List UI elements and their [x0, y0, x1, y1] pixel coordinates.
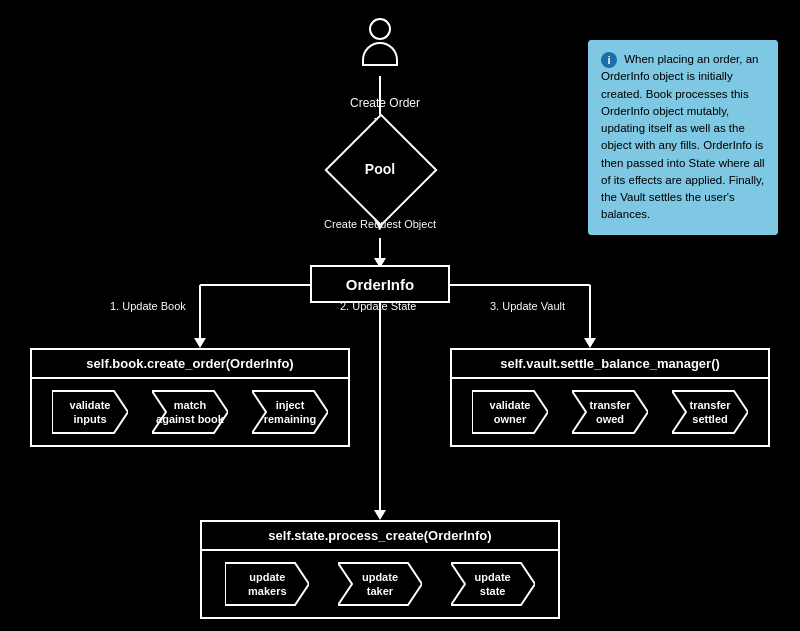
vault-step-2-text: transferowed — [590, 398, 631, 427]
vault-box: self.vault.settle_balance_manager() vali… — [450, 348, 770, 447]
svg-marker-13 — [374, 510, 386, 520]
state-box: self.state.process_create(OrderInfo) upd… — [200, 520, 560, 619]
person-head — [369, 18, 391, 40]
vault-step-1: validateowner — [472, 387, 548, 437]
orderinfo-box: OrderInfo — [310, 265, 450, 303]
person-body — [362, 42, 398, 66]
state-step-1-text: updatemakers — [248, 570, 287, 599]
diagram: Create Order Pool Create Request Object … — [0, 0, 800, 631]
info-icon: i — [601, 52, 617, 68]
book-step-2-text: matchagainst book — [156, 398, 224, 427]
state-step-3-text: updatestate — [475, 570, 511, 599]
vault-box-title: self.vault.settle_balance_manager() — [452, 350, 768, 379]
vault-box-body: validateowner transferowed transfersettl… — [452, 379, 768, 445]
state-box-title: self.state.process_create(OrderInfo) — [202, 522, 558, 551]
update-state-label: 2. Update State — [340, 300, 416, 312]
state-box-body: updatemakers updatetaker updatestate — [202, 551, 558, 617]
state-step-1: updatemakers — [225, 559, 309, 609]
vault-step-3: transfersettled — [672, 387, 748, 437]
create-request-label: Create Request Object — [290, 218, 470, 230]
book-step-3: injectremaining — [252, 387, 328, 437]
vault-step-2: transferowed — [572, 387, 648, 437]
book-step-2: matchagainst book — [152, 387, 228, 437]
state-step-3: updatestate — [451, 559, 535, 609]
vault-step-1-text: validateowner — [490, 398, 531, 427]
book-step-1: validateinputs — [52, 387, 128, 437]
svg-marker-8 — [194, 338, 206, 348]
update-vault-label: 3. Update Vault — [490, 300, 565, 312]
state-step-2: updatetaker — [338, 559, 422, 609]
book-box-body: validateinputs matchagainst book injectr… — [32, 379, 348, 445]
vault-step-3-text: transfersettled — [690, 398, 731, 427]
book-box-title: self.book.create_order(OrderInfo) — [32, 350, 348, 379]
update-book-label: 1. Update Book — [110, 300, 186, 312]
book-step-3-text: injectremaining — [264, 398, 317, 427]
tooltip-text: When placing an order, an OrderInfo obje… — [601, 53, 765, 220]
state-step-2-text: updatetaker — [362, 570, 398, 599]
svg-marker-11 — [584, 338, 596, 348]
book-step-1-text: validateinputs — [70, 398, 111, 427]
pool-label: Pool — [341, 130, 419, 208]
book-box: self.book.create_order(OrderInfo) valida… — [30, 348, 350, 447]
actor-person — [355, 18, 405, 73]
create-order-label: Create Order — [340, 96, 430, 110]
tooltip-box: i When placing an order, an OrderInfo ob… — [588, 40, 778, 235]
